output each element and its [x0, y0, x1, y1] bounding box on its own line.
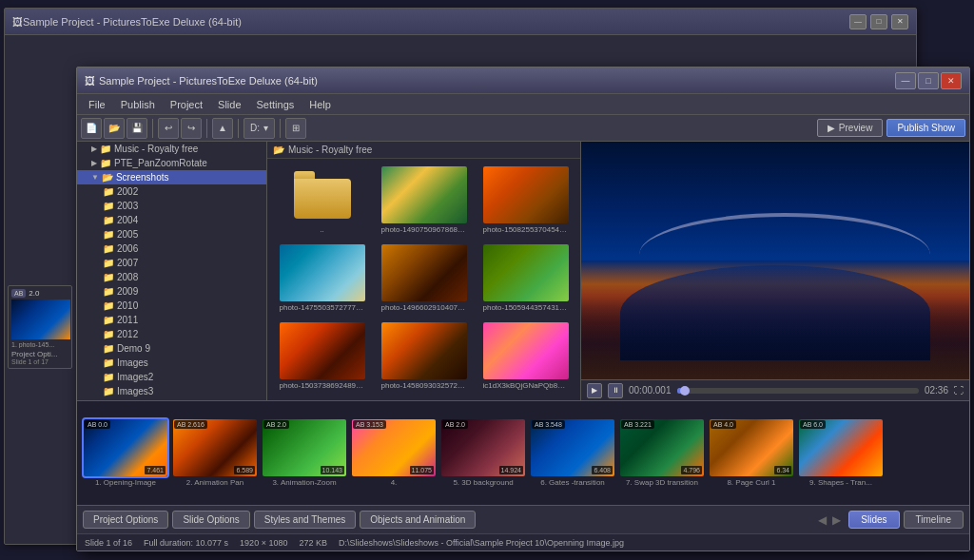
file-browser-panel: 📂 Music - Royalty free ..: [267, 142, 581, 400]
file-name-5: photo-15059443574316...: [483, 303, 569, 312]
fullscreen-icon[interactable]: ⛶: [954, 385, 964, 396]
slide-3[interactable]: AB 2.0 10.143 3. Animation-Zoom: [262, 419, 347, 487]
tree-item-2012[interactable]: 📁 2012: [77, 327, 266, 341]
win-controls: — □ ✕: [895, 72, 962, 89]
close-btn[interactable]: ✕: [941, 72, 962, 89]
tree-item-demo9[interactable]: 📁 Demo 9: [77, 341, 266, 356]
menu-help[interactable]: Help: [302, 97, 339, 112]
tree-item-pte[interactable]: ▶ 📁 PTE_PanZoomRotate: [77, 156, 266, 170]
tree-item-2010[interactable]: 📁 2010: [77, 299, 266, 313]
slide-2[interactable]: AB 2.616 6.589 2. Animation Pan: [172, 419, 258, 487]
minimize-btn[interactable]: —: [895, 72, 916, 89]
new-btn[interactable]: 📄: [81, 118, 102, 139]
slide-7[interactable]: AB 3.221 4.796 7. Swap 3D transition: [619, 419, 705, 487]
tree-label-2002: 2002: [117, 186, 138, 197]
slide-5[interactable]: AB 2.0 14.924 5. 3D background: [440, 419, 526, 487]
pause-button[interactable]: ⏸: [608, 383, 623, 398]
slide-8[interactable]: AB 4.0 6.34 8. Page Curl 1: [709, 419, 794, 487]
slide-options-btn[interactable]: Slide Options: [172, 511, 249, 529]
slide-2-time: 6.589: [234, 466, 255, 474]
save-btn[interactable]: 💾: [127, 118, 147, 139]
slide-6[interactable]: AB 3.548 6.408 6. Gates -transition: [530, 419, 615, 487]
tree-item-2008[interactable]: 📁 2008: [77, 270, 266, 284]
file-item-3[interactable]: photo-14755035727774...: [273, 242, 371, 317]
publish-show-button[interactable]: Publish Show: [886, 119, 965, 137]
preview-icon: ▶: [828, 123, 835, 133]
tree-item-2011[interactable]: 📁 2011: [77, 313, 266, 327]
tree-item-music[interactable]: ▶ 📁 Music - Royalty free: [77, 142, 266, 156]
bg-minimize-btn[interactable]: —: [849, 14, 867, 29]
slides-view-btn[interactable]: Slides: [848, 511, 899, 529]
current-time: 00:00.001: [629, 385, 672, 396]
tree-item-images[interactable]: 📁 Images: [77, 356, 266, 370]
file-item-6[interactable]: photo-15037386924898...: [273, 320, 371, 395]
status-path: D:\Slideshows\Slideshows - Official\Samp…: [339, 538, 624, 548]
bg-title-icon: 🖼: [12, 16, 23, 28]
tree-item-2007[interactable]: 📁 2007: [77, 256, 266, 270]
file-item-2[interactable]: photo-15082553704545...: [477, 164, 575, 239]
file-item-5[interactable]: photo-15059443574316...: [477, 242, 575, 317]
file-item-4[interactable]: photo-14966029104075...: [375, 242, 473, 317]
folder-icon-2012: 📁: [103, 329, 114, 339]
slide-8-time: 6.34: [774, 466, 791, 474]
prev-arrow-icon[interactable]: ◀: [818, 513, 827, 527]
total-duration: 02:36: [925, 385, 948, 396]
tree-item-2002[interactable]: 📁 2002: [77, 184, 266, 199]
tree-item-2003[interactable]: 📁 2003: [77, 199, 266, 213]
tree-item-2005[interactable]: 📁 2005: [77, 227, 266, 241]
tree-item-images2[interactable]: 📁 Images2: [77, 370, 266, 384]
project-options-btn[interactable]: Project Options: [83, 511, 168, 529]
menu-publish[interactable]: Publish: [113, 97, 163, 112]
menu-slide[interactable]: Slide: [210, 97, 248, 112]
menu-settings[interactable]: Settings: [249, 97, 302, 112]
preview-button[interactable]: ▶ Preview: [817, 119, 884, 137]
menu-file[interactable]: File: [81, 97, 113, 112]
timeline-view-btn[interactable]: Timeline: [904, 511, 964, 529]
tb-sep3: [238, 119, 239, 138]
slide-6-label: 6. Gates -transition: [540, 478, 605, 487]
bg-maximize-btn[interactable]: □: [870, 14, 887, 29]
slide-6-ab-badge: AB 3.548: [532, 420, 565, 429]
file-item-8[interactable]: ic1dX3kBQjGNaPQb8X...: [477, 320, 575, 395]
progress-track[interactable]: [677, 388, 919, 394]
status-duration: Full duration: 10.077 s: [144, 538, 228, 548]
tree-item-2006[interactable]: 📁 2006: [77, 241, 266, 256]
next-arrow-icon[interactable]: ▶: [832, 513, 841, 527]
file-item-up[interactable]: ..: [273, 164, 371, 239]
mini-thumb-label: 1. photo-145...: [11, 341, 68, 348]
tree-label-demo9: Demo 9: [117, 343, 150, 354]
tree-label-images2: Images2: [117, 372, 153, 382]
dropdown-arrow-icon: ▾: [263, 123, 268, 133]
tree-label-2010: 2010: [117, 300, 138, 311]
slide-9[interactable]: AB 6.0 9. Shapes - Tran...: [798, 419, 884, 487]
menu-project[interactable]: Project: [163, 97, 210, 112]
slide-1[interactable]: AB 0.0 7.461 1. Opening-Image: [83, 419, 168, 487]
file-thumb-6: [280, 322, 365, 379]
tree-item-2009[interactable]: 📁 2009: [77, 284, 266, 299]
objects-animation-btn[interactable]: Objects and Animation: [360, 511, 476, 529]
tree-item-screenshots[interactable]: ▼ 📂 Screenshots: [77, 170, 266, 184]
tree-item-2004[interactable]: 📁 2004: [77, 213, 266, 227]
folder-icon-2007: 📁: [103, 258, 114, 268]
slide-3-img-wrap: AB 2.0 10.143: [263, 419, 346, 476]
view-toggle-btn[interactable]: ⊞: [285, 118, 306, 139]
file-item-7[interactable]: photo-14580930325722...: [375, 320, 473, 395]
status-slide-info: Slide 1 of 16: [85, 538, 132, 548]
up-btn[interactable]: ▲: [212, 118, 233, 139]
bg-close-btn[interactable]: ✕: [891, 14, 908, 29]
tree-label-2008: 2008: [117, 272, 138, 282]
drive-dropdown[interactable]: D: ▾: [244, 118, 275, 139]
play-button[interactable]: ▶: [587, 383, 602, 398]
redo-btn[interactable]: ↪: [181, 118, 202, 139]
open-btn[interactable]: 📂: [104, 118, 125, 139]
maximize-btn[interactable]: □: [918, 72, 939, 89]
tree-item-images3[interactable]: 📁 Images3: [77, 384, 266, 398]
styles-themes-btn[interactable]: Styles and Themes: [254, 511, 356, 529]
slide-4[interactable]: AB 3.153 11.075 4.: [351, 419, 437, 487]
folder-path-label: Music - Royalty free: [288, 145, 372, 155]
progress-thumb[interactable]: [680, 386, 690, 396]
undo-btn[interactable]: ↩: [158, 118, 179, 139]
folder-icon-demo9: 📁: [103, 343, 114, 354]
folder-thumb-up: [280, 166, 365, 223]
file-item-1[interactable]: photo-14907509678688...: [375, 164, 473, 239]
